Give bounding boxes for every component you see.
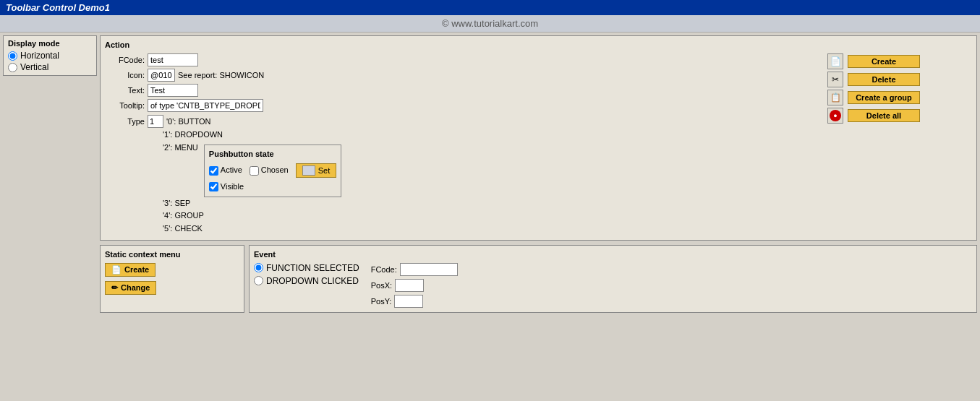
action-title: Action [105, 40, 972, 49]
radio-horizontal-label: Horizontal [20, 51, 59, 61]
delete-all-btn-row: ● Delete all [827, 108, 972, 124]
pushbutton-title: Pushbutton state [209, 148, 336, 161]
static-create-button[interactable]: 📄 Create [105, 263, 155, 277]
display-mode-title: Display mode [8, 39, 92, 48]
create-doc-icon: 📄 [827, 53, 843, 69]
type-input[interactable] [148, 115, 163, 128]
static-context-box: Static context menu 📄 Create ✏ Change [100, 245, 244, 313]
set-button[interactable]: Set [296, 163, 337, 178]
event-inner: FUNCTION SELECTED DROPDOWN CLICKED FCode… [254, 263, 972, 308]
type-button-text: '0': BUTTON [166, 117, 210, 126]
type-option-1: '1': DROPDOWN [163, 129, 822, 142]
icon-label: Icon: [105, 71, 145, 79]
action-left: FCode: Icon: See report: SHOWICON Text: … [105, 53, 822, 236]
static-change-button[interactable]: ✏ Change [105, 281, 156, 295]
fcode-row: FCode: [105, 53, 822, 66]
fcode-input[interactable] [148, 53, 198, 66]
event-box: Event FUNCTION SELECTED DROPDOWN CLICKED [249, 245, 977, 313]
static-change-label: Change [121, 283, 150, 292]
right-panel: Action FCode: Icon: See report: SHOWICON… [100, 35, 977, 313]
display-mode-box: Display mode Horizontal Vertical [3, 35, 97, 76]
checkbox-active-input[interactable] [209, 166, 218, 176]
pushbutton-visible-row: Visible [209, 181, 336, 194]
checkbox-chosen-input[interactable] [250, 166, 259, 176]
set-icon [302, 165, 315, 176]
checkbox-visible[interactable]: Visible [209, 181, 336, 194]
static-context-title: Static context menu [105, 250, 239, 259]
event-posy-row: PosY: [371, 295, 458, 308]
action-right: 📄 Create ✂ Delete 📋 Create a group ● Del… [827, 53, 972, 236]
left-panel: Display mode Horizontal Vertical [3, 35, 97, 313]
scissors-icon: ✂ [827, 72, 843, 87]
checkbox-visible-input[interactable] [209, 182, 218, 191]
static-create-doc-icon: 📄 [111, 265, 122, 275]
title-text: Toolbar Control Demo1 [6, 2, 110, 13]
radio-vertical[interactable]: Vertical [8, 62, 92, 72]
type-option-4: '4': GROUP [163, 210, 822, 223]
type-option-5: '5': CHECK [163, 223, 822, 236]
radio-function-selected-input[interactable] [254, 263, 263, 272]
event-left: FUNCTION SELECTED DROPDOWN CLICKED [254, 263, 359, 308]
checkbox-chosen[interactable]: Chosen [250, 164, 289, 177]
radio-vertical-label: Vertical [20, 62, 48, 72]
fcode-label: FCode: [105, 56, 145, 64]
radio-dropdown-clicked[interactable]: DROPDOWN CLICKED [254, 276, 359, 286]
static-create-label: Create [124, 265, 149, 274]
radio-horizontal-input[interactable] [8, 51, 17, 61]
radio-vertical-input[interactable] [8, 63, 17, 72]
icon-text: See report: SHOWICON [178, 71, 264, 79]
group-doc-icon: 📋 [827, 90, 843, 105]
text-row: Text: [105, 84, 822, 97]
checkbox-active[interactable]: Active [209, 164, 242, 177]
action-box: Action FCode: Icon: See report: SHOWICON… [100, 35, 977, 241]
checkbox-active-label: Active [221, 164, 242, 177]
event-posx-row: PosX: [371, 279, 458, 292]
type-section: Type '0': BUTTON '1': DROPDOWN '2': MENU… [105, 115, 822, 236]
text-label: Text: [105, 86, 145, 95]
type-option-23: '2': MENU Pushbutton state Active [163, 142, 822, 197]
watermark-text: © www.tutorialkart.com [442, 18, 538, 29]
create-button[interactable]: Create [848, 55, 920, 68]
main-content: Display mode Horizontal Vertical Action [0, 33, 980, 316]
bottom-row: Static context menu 📄 Create ✏ Change Ev… [100, 245, 977, 313]
action-inner: FCode: Icon: See report: SHOWICON Text: … [105, 53, 972, 236]
event-fcode-row: FCode: [371, 263, 458, 276]
radio-horizontal[interactable]: Horizontal [8, 51, 92, 61]
stop-circle: ● [830, 110, 841, 121]
type-option-3: '3': SEP [163, 197, 822, 210]
type-row: Type '0': BUTTON [105, 115, 822, 128]
set-button-label: Set [318, 166, 331, 175]
tooltip-input[interactable] [148, 99, 263, 112]
event-posx-label: PosX: [371, 281, 392, 290]
icon-input[interactable] [148, 69, 175, 82]
event-posy-label: PosY: [371, 297, 392, 306]
watermark-bar: © www.tutorialkart.com [0, 15, 980, 33]
create-group-button[interactable]: Create a group [848, 91, 920, 104]
type-label: Type [105, 117, 145, 126]
pushbutton-inner: Active Chosen Set [209, 163, 336, 178]
radio-dropdown-clicked-input[interactable] [254, 276, 263, 285]
event-posy-input[interactable] [394, 295, 423, 308]
tooltip-label: Tooltip: [105, 101, 145, 110]
radio-function-selected-label: FUNCTION SELECTED [266, 263, 359, 273]
radio-function-selected[interactable]: FUNCTION SELECTED [254, 263, 359, 273]
text-input[interactable] [148, 84, 198, 97]
create-group-btn-row: 📋 Create a group [827, 90, 972, 105]
title-bar: Toolbar Control Demo1 [0, 0, 980, 15]
checkbox-chosen-label: Chosen [261, 164, 289, 177]
type-option-2: '2': MENU [163, 142, 198, 155]
display-mode-radio-group: Horizontal Vertical [8, 51, 92, 72]
static-change-pencil-icon: ✏ [111, 283, 118, 293]
stop-icon: ● [827, 108, 843, 124]
tooltip-row: Tooltip: [105, 99, 822, 112]
create-btn-row: 📄 Create [827, 53, 972, 69]
event-right: FCode: PosX: PosY: [371, 263, 458, 308]
delete-button[interactable]: Delete [848, 73, 920, 86]
delete-btn-row: ✂ Delete [827, 72, 972, 87]
icon-row: Icon: See report: SHOWICON [105, 69, 822, 82]
event-fcode-input[interactable] [400, 263, 458, 276]
radio-dropdown-clicked-label: DROPDOWN CLICKED [266, 276, 359, 286]
pushbutton-box: Pushbutton state Active Chos [204, 145, 341, 197]
event-posx-input[interactable] [395, 279, 424, 292]
delete-all-button[interactable]: Delete all [848, 109, 920, 122]
